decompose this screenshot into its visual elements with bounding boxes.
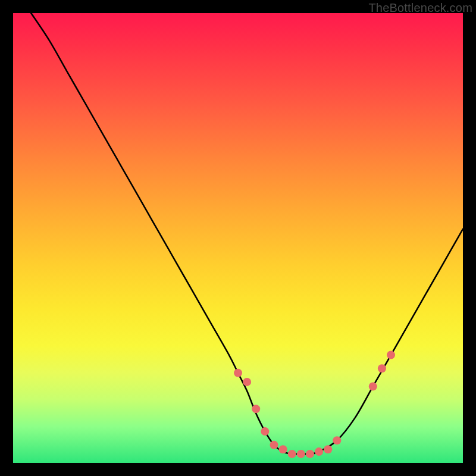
curve-marker-dot [333,436,341,444]
chart-svg [13,13,463,463]
curve-marker-dot [306,450,314,458]
curve-marker-dot [270,441,278,449]
curve-marker-dot [387,351,395,359]
curve-marker-dot [369,382,377,390]
curve-marker-dot [378,364,386,372]
watermark-text: TheBottleneck.com [368,1,472,15]
curve-markers [234,351,395,458]
bottleneck-curve [31,13,463,454]
curve-marker-dot [288,450,296,458]
curve-marker-dot [315,447,323,456]
chart-frame: TheBottleneck.com [0,0,476,476]
curve-marker-dot [279,445,287,453]
curve-marker-dot [297,450,305,458]
curve-marker-dot [234,369,242,377]
curve-marker-dot [252,405,260,413]
curve-marker-dot [261,427,269,436]
curve-marker-dot [243,378,251,386]
curve-marker-dot [324,445,332,453]
